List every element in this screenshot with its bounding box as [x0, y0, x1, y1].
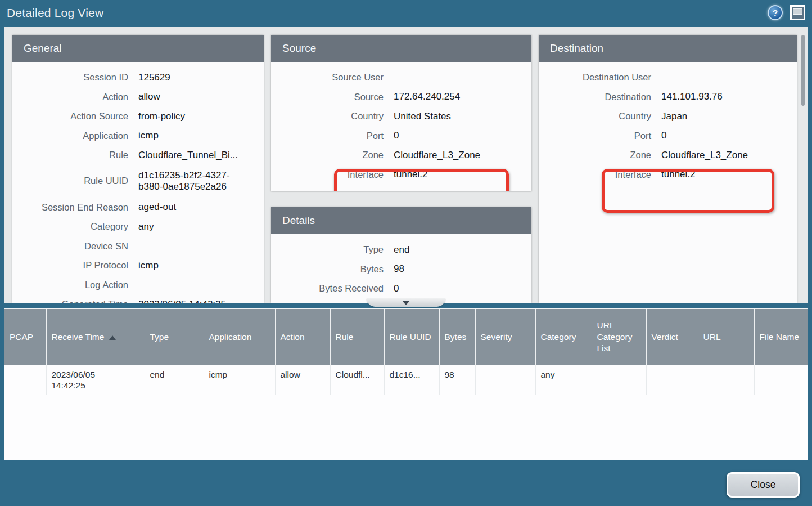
field-value: Cloudflare_L3_Zone — [661, 150, 797, 160]
panel-general-header: General — [12, 35, 264, 62]
column-header-action[interactable]: Action — [275, 309, 330, 365]
column-header-pcap[interactable]: PCAP — [4, 309, 46, 365]
field-row-generated-time: Generated Time 2023/06/05 14:42:25 — [12, 294, 264, 303]
field-row-source: Source 172.64.240.254 — [271, 87, 531, 107]
column-header-bytes[interactable]: Bytes — [439, 309, 475, 365]
cell-receive-time: 2023/06/05 14:42:25 — [46, 365, 145, 395]
field-row-country: Country Japan — [539, 106, 797, 126]
field-label: Category — [12, 221, 128, 231]
panel-destination: Destination Destination User Destination… — [539, 35, 797, 303]
field-row-action-source: Action Source from-policy — [12, 106, 264, 126]
panel-details: Details Type end Bytes 98 Bytes Received… — [271, 207, 531, 303]
window-restore-icon[interactable] — [790, 5, 805, 20]
column-label: Bytes — [445, 332, 467, 342]
field-row-zone: Zone Cloudflare_L3_Zone — [271, 145, 531, 165]
field-label: Destination User — [539, 72, 651, 82]
field-row-ip-protocol: IP Protocol icmp — [12, 256, 264, 275]
field-value: 125629 — [138, 72, 264, 83]
field-value: Cloudflare_Tunnel_Bi... — [138, 150, 264, 160]
field-value: 0 — [394, 283, 531, 294]
field-row-source-user: Source User — [271, 68, 531, 87]
column-label: Verdict — [652, 332, 678, 342]
field-row-session-end-reason: Session End Reason aged-out — [12, 198, 264, 217]
field-label: Action — [12, 92, 128, 102]
field-label: Session ID — [12, 72, 128, 82]
panel-destination-header: Destination — [539, 35, 797, 62]
field-label: IP Protocol — [12, 260, 128, 270]
chevron-down-icon — [402, 301, 410, 305]
cell-verdict — [646, 365, 698, 395]
help-icon[interactable]: ? — [768, 5, 783, 20]
field-label: Rule — [12, 150, 128, 160]
field-value: Japan — [661, 111, 797, 122]
column-label: Application — [209, 332, 252, 342]
column-header-receive-time[interactable]: Receive Time — [46, 309, 145, 365]
column-header-category[interactable]: Category — [535, 309, 592, 365]
field-value: from-policy — [138, 111, 264, 122]
field-label: Bytes Received — [271, 283, 384, 293]
column-header-url-category-list[interactable]: URL Category List — [592, 309, 646, 365]
column-header-file-name[interactable]: File Name — [754, 309, 808, 365]
column-label: PCAP — [10, 332, 33, 342]
field-row-country: Country United States — [271, 106, 531, 126]
log-table: PCAP Receive Time Type Application Actio… — [4, 309, 808, 395]
field-row-type: Type end — [271, 240, 531, 259]
field-label: Interface — [271, 169, 384, 180]
field-row-session-id: Session ID 125629 — [12, 68, 264, 87]
column-header-application[interactable]: Application — [204, 309, 275, 365]
field-label: Destination — [539, 92, 651, 102]
column-header-rule-uuid[interactable]: Rule UUID — [384, 309, 439, 365]
panel-details-header: Details — [271, 207, 531, 234]
panel-source: Source Source User Source 172.64.240.254… — [271, 35, 531, 191]
cell-file-name — [754, 365, 808, 395]
column-header-type[interactable]: Type — [145, 309, 204, 365]
field-label: Application — [12, 131, 128, 141]
field-row-action: Action allow — [12, 87, 264, 107]
column-label: File Name — [760, 332, 800, 342]
field-label: Zone — [539, 150, 651, 160]
field-value: icmp — [138, 130, 264, 141]
page-title: Detailed Log View — [7, 6, 103, 20]
field-value: icmp — [138, 260, 264, 271]
log-table-row[interactable]: 2023/06/05 14:42:25 end icmp allow Cloud… — [4, 365, 808, 395]
close-button[interactable]: Close — [727, 472, 800, 498]
field-label: Rule UUID — [12, 176, 128, 186]
field-row-destination-user: Destination User — [539, 68, 797, 87]
field-label: Type — [271, 244, 384, 254]
field-label: Log Action — [12, 280, 128, 290]
field-label: Country — [271, 111, 384, 121]
column-header-severity[interactable]: Severity — [475, 309, 535, 365]
column-header-rule[interactable]: Rule — [330, 309, 384, 365]
column-header-url[interactable]: URL — [698, 309, 754, 365]
cell-category: any — [535, 365, 592, 395]
field-row-port: Port 0 — [539, 126, 797, 146]
field-value: 0 — [661, 130, 797, 141]
column-label: Rule — [336, 332, 354, 342]
panel-general: General Session ID 125629 Action allow A… — [12, 35, 264, 303]
field-row-application: Application icmp — [12, 126, 264, 146]
field-row-port: Port 0 — [271, 126, 531, 146]
panel-destination-body: Destination User Destination 141.101.93.… — [539, 62, 797, 184]
cell-application: icmp — [204, 365, 275, 395]
panel-details-body: Type end Bytes 98 Bytes Received 0 — [271, 234, 531, 298]
cell-severity — [475, 365, 535, 395]
field-row-bytes: Bytes 98 — [271, 259, 531, 279]
field-row-bytes-received: Bytes Received 0 — [271, 279, 531, 298]
field-value: tunnel.2 — [661, 169, 797, 180]
vertical-scrollbar-thumb[interactable] — [801, 35, 805, 106]
field-value: 141.101.93.76 — [661, 91, 797, 102]
field-value: d1c16235-b2f2-4327-b380-0ae1875e2a26 — [138, 170, 264, 191]
field-value: 2023/06/05 14:42:25 — [138, 299, 264, 303]
cell-type: end — [145, 365, 204, 395]
field-label: Device SN — [12, 241, 128, 251]
column-header-verdict[interactable]: Verdict — [646, 309, 698, 365]
field-row-category: Category any — [12, 217, 264, 236]
panel-collapse-grip[interactable] — [367, 298, 445, 307]
sort-ascending-icon — [109, 335, 116, 340]
column-label: Severity — [481, 332, 512, 342]
field-label: Source User — [271, 72, 384, 82]
field-row-device-sn: Device SN — [12, 236, 264, 256]
column-label: URL Category List — [597, 320, 633, 353]
field-value: tunnel.2 — [394, 169, 531, 180]
field-row-rule-uuid: Rule UUID d1c16235-b2f2-4327-b380-0ae187… — [12, 165, 264, 198]
